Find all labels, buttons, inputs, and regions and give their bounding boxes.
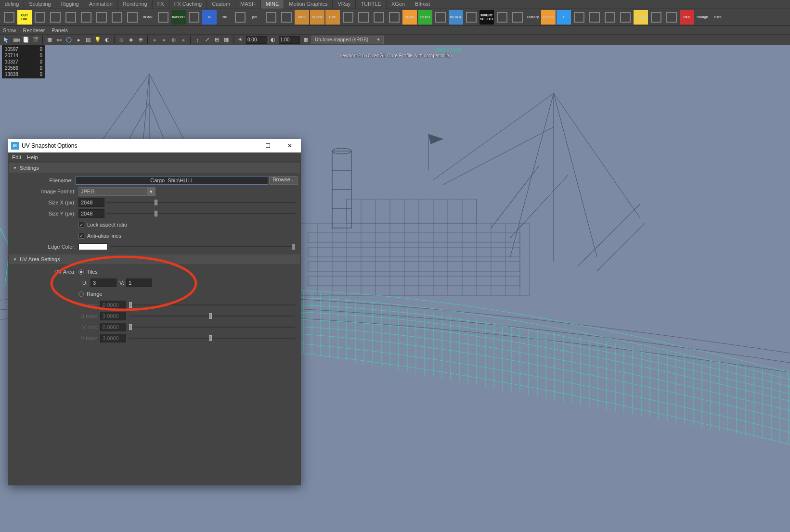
dialog-titlebar[interactable]: M UV Snapshot Options — ☐ ✕ <box>8 139 301 152</box>
light-icon[interactable]: 💡 <box>94 36 102 44</box>
camera-icon[interactable] <box>13 36 20 44</box>
uv-area-section-header[interactable]: UV Area Settings <box>9 254 300 264</box>
minimize-button[interactable]: — <box>234 139 257 152</box>
t-icon-icon[interactable]: T <box>557 10 571 25</box>
checker-icon[interactable] <box>187 10 201 25</box>
cpivot-icon[interactable]: CPivot <box>541 10 556 25</box>
import-icon[interactable]: IMPORT <box>171 10 186 25</box>
shelf-tab-turtle[interactable]: TURTLE <box>356 0 387 9</box>
edge-color-swatch[interactable] <box>78 243 107 250</box>
show-icon[interactable]: SHOW <box>310 10 324 25</box>
image-format-dropdown[interactable]: JPEG▾ <box>78 187 155 196</box>
redo-icon[interactable]: REDO <box>418 10 432 25</box>
antialias-checkbox[interactable] <box>78 233 84 239</box>
hide-icon[interactable]: HIDE <box>295 10 309 25</box>
cube3d-icon[interactable] <box>279 10 294 25</box>
outline-icon[interactable]: OUTLINE <box>17 10 32 25</box>
shelf-tab-animation[interactable]: Animation <box>84 0 118 9</box>
box8-icon[interactable] <box>618 10 633 25</box>
ns-icon[interactable]: NS <box>218 10 232 25</box>
exposure-icon[interactable]: ☀ <box>236 36 244 44</box>
color-management-dropdown[interactable]: Un-tone-mapped (sRGB) <box>311 36 384 44</box>
box9-icon[interactable] <box>649 10 663 25</box>
box7-icon[interactable] <box>603 10 617 25</box>
lock-aspect-checkbox[interactable] <box>78 222 84 228</box>
n-icon-icon[interactable]: N <box>202 10 217 25</box>
box3-icon[interactable] <box>372 10 386 25</box>
filename-input[interactable] <box>76 176 269 185</box>
shadow-icon[interactable]: ◐ <box>104 36 111 44</box>
panel-menu-panels[interactable]: Panels <box>52 27 68 33</box>
panel-menu-show[interactable]: Show <box>3 27 16 33</box>
torus-icon[interactable] <box>79 10 93 25</box>
yellow1-icon[interactable] <box>495 10 509 25</box>
film-icon[interactable]: 🎬 <box>32 36 39 44</box>
dot4-icon[interactable]: ● <box>180 36 187 44</box>
tiles-radio[interactable] <box>78 269 84 275</box>
box2-icon[interactable] <box>356 10 371 25</box>
gate-icon[interactable]: ▭ <box>55 36 63 44</box>
swirl-icon[interactable] <box>264 10 278 25</box>
invert-icon[interactable]: INVERTSELECT <box>479 10 494 25</box>
combine-icon[interactable] <box>510 10 525 25</box>
history-icon[interactable]: History <box>526 10 540 25</box>
dialog-menu-edit[interactable]: Edit <box>12 154 21 160</box>
sunny-icon[interactable]: sunny <box>634 10 648 25</box>
layers-icon[interactable] <box>94 10 109 25</box>
sizey-slider[interactable] <box>107 209 295 218</box>
textured-icon[interactable]: ▨ <box>84 36 92 44</box>
grid-icon[interactable]: ▦ <box>46 36 53 44</box>
shelf-tab-rendering[interactable]: Rendering <box>118 0 153 9</box>
browse-button[interactable]: Browse... <box>269 176 298 185</box>
box1-icon[interactable] <box>341 10 355 25</box>
isolate-icon[interactable]: ◇ <box>117 36 125 44</box>
cube-icon[interactable] <box>2 10 16 25</box>
xray-icon[interactable]: ◈ <box>127 36 135 44</box>
shelf-tab-mash[interactable]: MASH <box>235 0 261 9</box>
shaded-icon[interactable]: ● <box>75 36 82 44</box>
gamma-field[interactable] <box>279 36 300 44</box>
bookmark-icon[interactable]: 📑 <box>22 36 30 44</box>
merge-icon[interactable]: MERGE <box>449 10 463 25</box>
xray-joint-icon[interactable]: ⊕ <box>137 36 144 44</box>
spot-icon[interactable] <box>156 10 170 25</box>
tool6-icon[interactable]: ⤢ <box>203 36 211 44</box>
cyan-icon[interactable] <box>233 10 247 25</box>
view-transform-icon[interactable]: ▦ <box>302 36 310 44</box>
undo-icon[interactable]: UNDO <box>402 10 417 25</box>
box4-icon[interactable] <box>387 10 401 25</box>
shelf-tab-mine[interactable]: MINE <box>261 0 285 9</box>
dot2-icon[interactable]: ● <box>160 36 168 44</box>
shelf-tab-rigging[interactable]: Rigging <box>56 0 84 9</box>
shelf-tab-xgen[interactable]: XGen <box>387 0 410 9</box>
grid-icon[interactable] <box>110 10 124 25</box>
poly-icon[interactable]: pol.. <box>248 10 263 25</box>
dialog-menu-help[interactable]: Help <box>27 154 38 160</box>
sizex-slider[interactable] <box>107 198 295 207</box>
dome-icon[interactable]: DOME <box>141 10 155 25</box>
edge-color-slider[interactable] <box>110 242 295 251</box>
select-tool-icon[interactable] <box>3 36 11 44</box>
u-input[interactable] <box>91 279 117 287</box>
exposure-field[interactable] <box>246 36 267 44</box>
shelf-tab-fx caching[interactable]: FX Caching <box>169 0 207 9</box>
panel-menu-renderer[interactable]: Renderer <box>23 27 45 33</box>
stra-icon[interactable]: STra <box>711 10 725 25</box>
sphere-blue-icon[interactable] <box>64 10 78 25</box>
diamond-icon[interactable] <box>572 10 586 25</box>
box6-icon[interactable] <box>587 10 602 25</box>
close-button[interactable]: ✕ <box>279 139 301 152</box>
file-icon[interactable]: FILE <box>680 10 694 25</box>
shelf-tab-motion graphics[interactable]: Motion Graphics <box>284 0 333 9</box>
tool8-icon[interactable]: ▦ <box>222 36 230 44</box>
shelf-tab-sculpting[interactable]: Sculpting <box>24 0 56 9</box>
gamma-icon[interactable]: ◐ <box>269 36 277 44</box>
sizey-input[interactable] <box>78 209 104 218</box>
sphere2-icon[interactable] <box>664 10 679 25</box>
shelf-tab-deling[interactable]: deling <box>0 0 24 9</box>
maximize-button[interactable]: ☐ <box>257 139 279 152</box>
shelf-tab-fx[interactable]: FX <box>153 0 169 9</box>
shelf-tab-bifrost[interactable]: Bifrost <box>410 0 435 9</box>
straight-icon[interactable]: Straigh <box>695 10 710 25</box>
unp-icon[interactable]: UNP <box>325 10 340 25</box>
